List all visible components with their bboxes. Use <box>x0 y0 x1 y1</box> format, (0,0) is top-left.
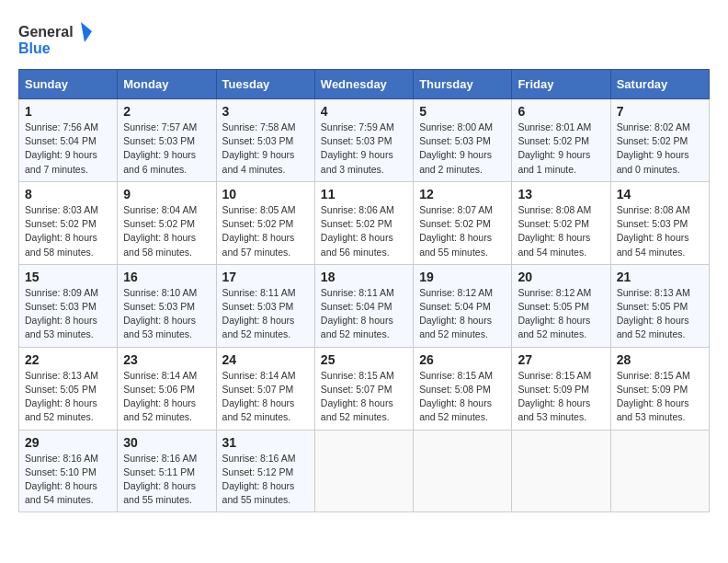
day-info: Sunrise: 8:04 AM Sunset: 5:02 PM Dayligh… <box>123 203 210 259</box>
weekday-header: Sunday <box>19 70 118 99</box>
day-number: 10 <box>222 187 309 201</box>
day-info: Sunrise: 7:57 AM Sunset: 5:03 PM Dayligh… <box>123 121 210 177</box>
day-info: Sunrise: 8:09 AM Sunset: 5:03 PM Dayligh… <box>25 286 111 342</box>
calendar-cell: 3Sunrise: 7:58 AM Sunset: 5:03 PM Daylig… <box>216 99 314 182</box>
calendar-cell: 23Sunrise: 8:14 AM Sunset: 5:06 PM Dayli… <box>118 347 216 430</box>
day-number: 26 <box>419 352 506 367</box>
calendar-week-row: 22Sunrise: 8:13 AM Sunset: 5:05 PM Dayli… <box>19 347 710 430</box>
calendar-cell <box>414 430 512 512</box>
day-number: 27 <box>518 352 604 367</box>
day-info: Sunrise: 8:15 AM Sunset: 5:09 PM Dayligh… <box>518 369 604 425</box>
day-info: Sunrise: 8:15 AM Sunset: 5:07 PM Dayligh… <box>321 369 407 425</box>
day-number: 21 <box>617 270 703 284</box>
day-number: 15 <box>25 270 111 284</box>
calendar-cell: 11Sunrise: 8:06 AM Sunset: 5:02 PM Dayli… <box>314 181 413 264</box>
day-number: 9 <box>123 187 210 201</box>
calendar-table: SundayMondayTuesdayWednesdayThursdayFrid… <box>18 69 710 512</box>
calendar-cell: 30Sunrise: 8:16 AM Sunset: 5:11 PM Dayli… <box>118 430 216 512</box>
day-info: Sunrise: 8:15 AM Sunset: 5:08 PM Dayligh… <box>419 369 506 425</box>
day-info: Sunrise: 8:00 AM Sunset: 5:03 PM Dayligh… <box>419 121 506 177</box>
day-number: 14 <box>617 187 703 201</box>
day-number: 5 <box>419 104 506 119</box>
calendar-cell <box>610 430 709 512</box>
calendar-cell: 8Sunrise: 8:03 AM Sunset: 5:02 PM Daylig… <box>19 181 118 264</box>
calendar-cell: 15Sunrise: 8:09 AM Sunset: 5:03 PM Dayli… <box>19 264 118 347</box>
day-number: 6 <box>518 104 604 119</box>
day-number: 2 <box>123 104 210 119</box>
calendar-cell: 19Sunrise: 8:12 AM Sunset: 5:04 PM Dayli… <box>414 264 512 347</box>
calendar-week-row: 1Sunrise: 7:56 AM Sunset: 5:04 PM Daylig… <box>19 99 710 182</box>
calendar-cell <box>512 430 610 512</box>
calendar-body: 1Sunrise: 7:56 AM Sunset: 5:04 PM Daylig… <box>19 99 710 512</box>
svg-marker-2 <box>81 22 92 42</box>
day-number: 8 <box>25 187 111 201</box>
weekday-header: Saturday <box>610 70 709 99</box>
calendar-week-row: 29Sunrise: 8:16 AM Sunset: 5:10 PM Dayli… <box>19 430 710 512</box>
svg-text:General: General <box>18 24 74 40</box>
day-info: Sunrise: 8:13 AM Sunset: 5:05 PM Dayligh… <box>25 369 111 425</box>
day-info: Sunrise: 8:07 AM Sunset: 5:02 PM Dayligh… <box>419 203 506 259</box>
page-header: General Blue <box>18 18 710 60</box>
day-info: Sunrise: 8:06 AM Sunset: 5:02 PM Dayligh… <box>321 203 407 259</box>
calendar-cell: 2Sunrise: 7:57 AM Sunset: 5:03 PM Daylig… <box>118 99 216 182</box>
weekday-header: Thursday <box>414 70 512 99</box>
calendar-cell: 7Sunrise: 8:02 AM Sunset: 5:02 PM Daylig… <box>610 99 709 182</box>
calendar-cell: 28Sunrise: 8:15 AM Sunset: 5:09 PM Dayli… <box>610 347 709 430</box>
calendar-cell: 31Sunrise: 8:16 AM Sunset: 5:12 PM Dayli… <box>216 430 314 512</box>
day-info: Sunrise: 8:14 AM Sunset: 5:07 PM Dayligh… <box>222 369 309 425</box>
calendar-cell: 9Sunrise: 8:04 AM Sunset: 5:02 PM Daylig… <box>118 181 216 264</box>
calendar-cell: 14Sunrise: 8:08 AM Sunset: 5:03 PM Dayli… <box>610 181 709 264</box>
day-info: Sunrise: 8:15 AM Sunset: 5:09 PM Dayligh… <box>617 369 703 425</box>
day-info: Sunrise: 8:02 AM Sunset: 5:02 PM Dayligh… <box>617 121 703 177</box>
day-number: 24 <box>222 352 309 367</box>
day-info: Sunrise: 8:10 AM Sunset: 5:03 PM Dayligh… <box>123 286 210 342</box>
calendar-cell: 10Sunrise: 8:05 AM Sunset: 5:02 PM Dayli… <box>216 181 314 264</box>
day-number: 4 <box>321 104 407 119</box>
logo: General Blue <box>18 18 92 60</box>
day-info: Sunrise: 8:05 AM Sunset: 5:02 PM Dayligh… <box>222 203 309 259</box>
day-info: Sunrise: 8:11 AM Sunset: 5:04 PM Dayligh… <box>321 286 407 342</box>
calendar-cell: 24Sunrise: 8:14 AM Sunset: 5:07 PM Dayli… <box>216 347 314 430</box>
day-info: Sunrise: 7:56 AM Sunset: 5:04 PM Dayligh… <box>25 121 111 177</box>
calendar-cell: 5Sunrise: 8:00 AM Sunset: 5:03 PM Daylig… <box>414 99 512 182</box>
day-number: 13 <box>518 187 604 201</box>
day-number: 29 <box>25 435 111 450</box>
day-number: 11 <box>321 187 407 201</box>
day-number: 23 <box>123 352 210 367</box>
calendar-cell: 12Sunrise: 8:07 AM Sunset: 5:02 PM Dayli… <box>414 181 512 264</box>
calendar-cell: 13Sunrise: 8:08 AM Sunset: 5:02 PM Dayli… <box>512 181 610 264</box>
calendar-cell: 18Sunrise: 8:11 AM Sunset: 5:04 PM Dayli… <box>314 264 413 347</box>
calendar-header-row: SundayMondayTuesdayWednesdayThursdayFrid… <box>19 70 710 99</box>
day-number: 20 <box>518 270 604 284</box>
weekday-header: Monday <box>118 70 216 99</box>
day-info: Sunrise: 8:16 AM Sunset: 5:12 PM Dayligh… <box>222 452 309 508</box>
day-number: 3 <box>222 104 309 119</box>
day-info: Sunrise: 7:59 AM Sunset: 5:03 PM Dayligh… <box>321 121 407 177</box>
calendar-cell: 21Sunrise: 8:13 AM Sunset: 5:05 PM Dayli… <box>610 264 709 347</box>
day-number: 7 <box>617 104 703 119</box>
day-info: Sunrise: 8:01 AM Sunset: 5:02 PM Dayligh… <box>518 121 604 177</box>
day-info: Sunrise: 8:16 AM Sunset: 5:10 PM Dayligh… <box>25 452 111 508</box>
day-info: Sunrise: 8:08 AM Sunset: 5:03 PM Dayligh… <box>617 203 703 259</box>
day-info: Sunrise: 8:14 AM Sunset: 5:06 PM Dayligh… <box>123 369 210 425</box>
calendar-cell: 29Sunrise: 8:16 AM Sunset: 5:10 PM Dayli… <box>19 430 118 512</box>
day-info: Sunrise: 8:16 AM Sunset: 5:11 PM Dayligh… <box>123 452 210 508</box>
day-number: 19 <box>419 270 506 284</box>
day-number: 12 <box>419 187 506 201</box>
day-number: 30 <box>123 435 210 450</box>
day-number: 17 <box>222 270 309 284</box>
calendar-cell: 20Sunrise: 8:12 AM Sunset: 5:05 PM Dayli… <box>512 264 610 347</box>
day-info: Sunrise: 8:08 AM Sunset: 5:02 PM Dayligh… <box>518 203 604 259</box>
calendar-cell: 22Sunrise: 8:13 AM Sunset: 5:05 PM Dayli… <box>19 347 118 430</box>
calendar-cell: 1Sunrise: 7:56 AM Sunset: 5:04 PM Daylig… <box>19 99 118 182</box>
day-number: 16 <box>123 270 210 284</box>
calendar-cell: 17Sunrise: 8:11 AM Sunset: 5:03 PM Dayli… <box>216 264 314 347</box>
day-info: Sunrise: 7:58 AM Sunset: 5:03 PM Dayligh… <box>222 121 309 177</box>
calendar-cell: 16Sunrise: 8:10 AM Sunset: 5:03 PM Dayli… <box>118 264 216 347</box>
calendar-cell: 4Sunrise: 7:59 AM Sunset: 5:03 PM Daylig… <box>314 99 413 182</box>
weekday-header: Friday <box>512 70 610 99</box>
calendar-week-row: 15Sunrise: 8:09 AM Sunset: 5:03 PM Dayli… <box>19 264 710 347</box>
day-info: Sunrise: 8:03 AM Sunset: 5:02 PM Dayligh… <box>25 203 111 259</box>
day-number: 22 <box>25 352 111 367</box>
day-number: 1 <box>25 104 111 119</box>
